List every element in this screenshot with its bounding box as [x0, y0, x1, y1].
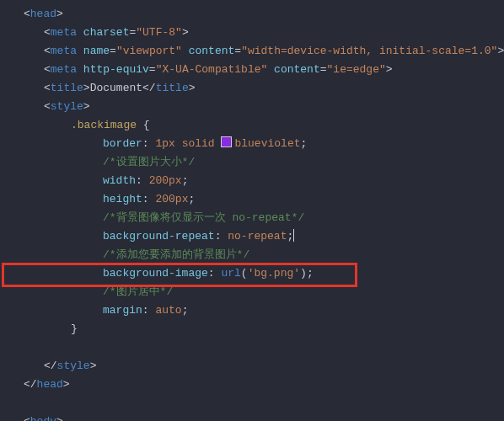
code-line[interactable]: </head> — [7, 376, 504, 394]
code-line[interactable]: /*图片居中*/ — [7, 283, 504, 301]
code-line[interactable]: } — [7, 320, 504, 338]
text-cursor — [293, 229, 294, 242]
code-line[interactable]: border: 1px solid blueviolet; — [7, 135, 504, 153]
code-line[interactable]: margin: auto; — [7, 301, 504, 320]
highlighted-line[interactable]: background-image: url('bg.png'); — [7, 264, 504, 283]
code-line[interactable]: <meta http-equiv="X-UA-Compatible" conte… — [7, 61, 504, 79]
blank-line[interactable] — [7, 394, 504, 413]
code-line[interactable]: <title>Document</title> — [7, 79, 504, 98]
code-line[interactable]: <meta charset="UTF-8"> — [7, 24, 504, 42]
color-swatch-icon — [221, 136, 232, 147]
code-line[interactable]: <style> — [7, 98, 504, 116]
code-line[interactable]: /*背景图像将仅显示一次 no-repeat*/ — [7, 209, 504, 227]
code-line[interactable]: width: 200px; — [7, 172, 504, 190]
code-line[interactable]: <body> — [7, 413, 504, 421]
code-editor-viewport[interactable]: <head> <meta charset="UTF-8"> <meta name… — [0, 0, 504, 421]
code-line[interactable]: /*设置图片大小*/ — [7, 153, 504, 172]
code-line[interactable]: /*添加您要添加的背景图片*/ — [7, 246, 504, 264]
code-line[interactable]: .backimage { — [7, 116, 504, 135]
blank-line[interactable] — [7, 338, 504, 357]
code-line[interactable]: <meta name="viewport" content="width=dev… — [7, 42, 504, 61]
code-line[interactable]: background-repeat: no-repeat; — [7, 227, 504, 246]
code-line[interactable]: </style> — [7, 357, 504, 376]
code-line[interactable]: <head> — [7, 5, 504, 24]
code-line[interactable]: height: 200px; — [7, 190, 504, 209]
